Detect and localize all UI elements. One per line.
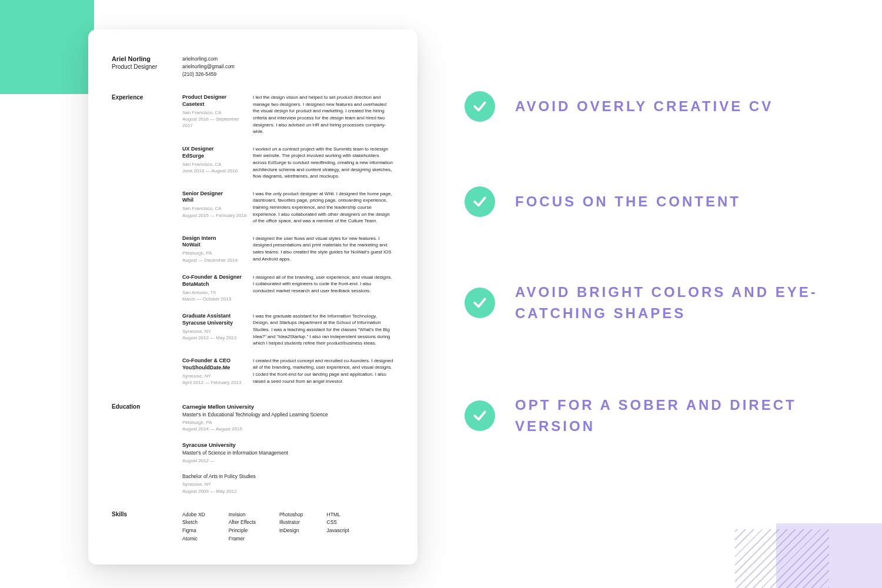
- skills-column: PhotoshopIllustratorInDesign: [279, 511, 303, 543]
- experience-label: Experience: [112, 94, 182, 396]
- skill-item: After Effects: [229, 519, 256, 527]
- skills-label: Skills: [112, 511, 182, 543]
- job-dates: April 2012 — February 2013: [182, 379, 247, 386]
- check-icon: [465, 91, 495, 122]
- job-entry: UX DesignerEdSurgeSan Francisco, CAJune …: [182, 146, 394, 180]
- skill-item: Illustrator: [279, 519, 303, 527]
- job-location: San Francisco, CA: [182, 109, 247, 116]
- job-company: YouShouldDate.Me: [182, 365, 247, 370]
- job-company: BetaMatch: [182, 281, 247, 287]
- education-entry: Bachelor of Arts in Policy StudiesSyracu…: [182, 473, 394, 494]
- edu-dates: August 2012 —: [182, 457, 394, 464]
- tip-text: Avoid bright colors and eye-catching sha…: [515, 282, 829, 324]
- job-dates: August 2016 — September 2017: [182, 116, 247, 129]
- skills-column: Adobe XDSketchFigmaAtomic: [182, 511, 205, 543]
- edu-dates: August 2009 — May 2012: [182, 488, 394, 495]
- experience-section: Experience Product DesignerCasetextSan F…: [112, 94, 394, 396]
- job-entry: Senior DesignerWhilSan Francisco, CAAugu…: [182, 191, 394, 225]
- skill-item: Principle: [229, 527, 256, 535]
- job-location: Syracuse, NY: [182, 328, 247, 335]
- skill-item: Atomic: [182, 535, 205, 543]
- tip-item: Avoid bright colors and eye-catching sha…: [465, 282, 829, 324]
- resume-name: Ariel Norling: [112, 55, 182, 62]
- hatch-pattern: [735, 529, 829, 588]
- job-dates: August 2012 — May 2013: [182, 335, 247, 341]
- resume-card: Ariel Norling Product Designer arielnorl…: [88, 29, 417, 564]
- job-description: I designed the user flows and visual sty…: [253, 235, 394, 263]
- resume-header: Ariel Norling Product Designer arielnorl…: [112, 55, 394, 78]
- skill-item: Figma: [182, 527, 205, 535]
- contact-email: arielnorling@gmail.com: [182, 63, 235, 71]
- skills-column: HTMLCSSJavascript: [327, 511, 349, 543]
- skill-item: Photoshop: [279, 511, 303, 519]
- tip-item: Opt for a sober and direct version: [465, 395, 829, 437]
- tip-text: Opt for a sober and direct version: [515, 395, 829, 437]
- skills-column: InvisionAfter EffectsPrincipleFramer: [229, 511, 256, 543]
- job-title: Co-Founder & Designer: [182, 274, 247, 281]
- job-company: NoWait: [182, 242, 247, 248]
- skill-item: CSS: [327, 519, 349, 527]
- job-dates: August — December 2014: [182, 257, 247, 263]
- resume-contact: arielnorling.com arielnorling@gmail.com …: [182, 55, 235, 78]
- edu-dates: August 2014 — August 2015: [182, 426, 394, 432]
- skill-item: Adobe XD: [182, 511, 205, 519]
- job-title: Product Designer: [182, 94, 247, 101]
- job-description: I designed all of the branding, user exp…: [253, 274, 394, 302]
- resume-role: Product Designer: [112, 64, 182, 70]
- accent-block: [0, 0, 94, 94]
- edu-school: Syracuse University: [182, 442, 394, 448]
- tip-text: Focus on the content: [515, 191, 741, 212]
- check-icon: [465, 186, 495, 217]
- skill-item: Sketch: [182, 519, 205, 527]
- edu-school: Carnegie Mellon University: [182, 403, 394, 410]
- job-location: Syracuse, NY: [182, 373, 247, 379]
- job-description: I was the only product designer at Whil.…: [253, 191, 394, 225]
- skill-item: Javascript: [327, 527, 349, 535]
- job-entry: Design InternNoWaitPittsburgh, PAAugust …: [182, 235, 394, 263]
- job-location: San Francisco, CA: [182, 161, 247, 168]
- check-icon: [465, 400, 495, 431]
- job-dates: March — October 2013: [182, 296, 247, 302]
- job-entry: Graduate AssistantSyracuse UniversitySyr…: [182, 313, 394, 347]
- skill-item: InDesign: [279, 527, 303, 535]
- education-section: Education Carnegie Mellon UniversityMast…: [112, 403, 394, 504]
- contact-phone: (210) 326-5459: [182, 71, 235, 78]
- job-description: I led the design vision and helped to se…: [253, 94, 394, 135]
- job-company: Whil: [182, 197, 247, 203]
- job-company: EdSurge: [182, 153, 247, 159]
- job-company: Casetext: [182, 101, 247, 107]
- job-dates: June 2016 — August 2016: [182, 168, 247, 174]
- edu-degree: Master's in Educational Technology and A…: [182, 412, 394, 417]
- edu-degree: Bachelor of Arts in Policy Studies: [182, 473, 394, 479]
- tip-item: Avoid overly creative CV: [465, 91, 829, 122]
- skill-item: Framer: [229, 535, 256, 543]
- edu-location: Pittsburgh, PA: [182, 419, 394, 426]
- job-title: Design Intern: [182, 235, 247, 242]
- job-title: UX Designer: [182, 146, 247, 153]
- job-dates: August 2015 — February 2016: [182, 212, 247, 219]
- education-label: Education: [112, 403, 182, 504]
- check-icon: [465, 288, 495, 318]
- skill-item: Invision: [229, 511, 256, 519]
- job-company: Syracuse University: [182, 320, 247, 326]
- tips-list: Avoid overly creative CV Focus on the co…: [465, 91, 829, 502]
- education-entry: Syracuse UniversityMaster's of Science i…: [182, 442, 394, 464]
- job-description: I was the graduate assistant for the Inf…: [253, 313, 394, 347]
- edu-location: Syracuse, NY: [182, 481, 394, 487]
- job-entry: Product DesignerCasetextSan Francisco, C…: [182, 94, 394, 135]
- edu-degree: Master's of Science in Information Manag…: [182, 450, 394, 456]
- job-entry: Co-Founder & CEOYouShouldDate.MeSyracuse…: [182, 358, 394, 386]
- job-description: I worked on a contract project with the …: [253, 146, 394, 180]
- tip-item: Focus on the content: [465, 186, 829, 217]
- contact-site: arielnorling.com: [182, 55, 235, 63]
- skills-section: Skills Adobe XDSketchFigmaAtomicInvision…: [112, 511, 394, 543]
- job-description: I created the product concept and recrui…: [253, 358, 394, 386]
- job-location: San Antonio, TX: [182, 289, 247, 296]
- education-entry: Carnegie Mellon UniversityMaster's in Ed…: [182, 403, 394, 432]
- job-title: Graduate Assistant: [182, 313, 247, 320]
- job-location: Pittsburgh, PA: [182, 250, 247, 256]
- tip-text: Avoid overly creative CV: [515, 96, 773, 117]
- job-location: San Francisco, CA: [182, 205, 247, 212]
- job-title: Senior Designer: [182, 191, 247, 198]
- skill-item: HTML: [327, 511, 349, 519]
